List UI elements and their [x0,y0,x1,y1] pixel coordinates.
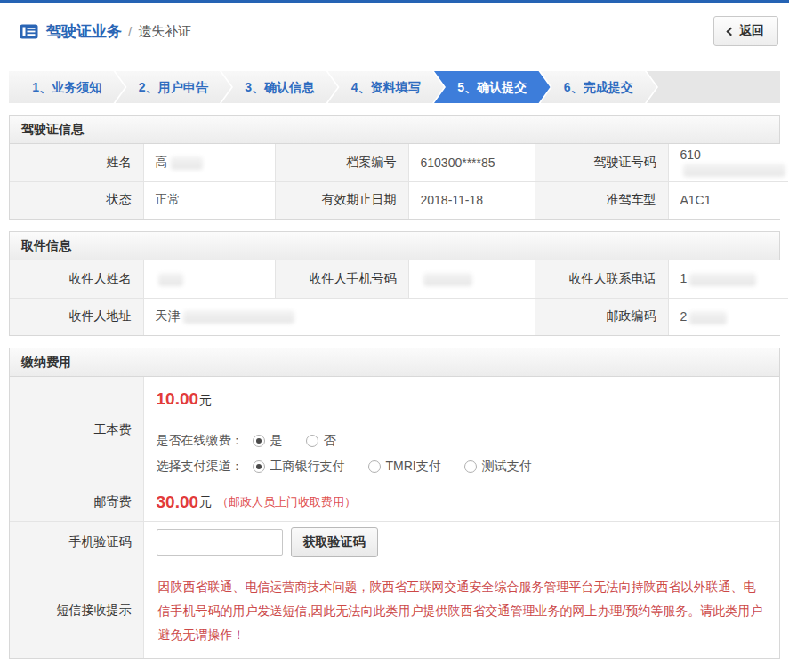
page-header: 驾驶证业务 / 遗失补证 返回 [0,3,789,58]
section-title: 驾驶证信息 [10,116,779,144]
section-title: 缴纳费用 [10,348,779,377]
sms-code-input[interactable] [157,529,283,556]
table-row: 工本费 10.00元 是否在线缴费： 是 否 [10,377,779,484]
recipient-name-value [143,260,275,298]
online-payment-question: 是否在线缴费： [157,433,244,449]
radio-checked-icon [253,435,265,447]
radio-channel-icbc-label: 工商银行支付 [270,459,345,475]
sms-code-cell: 获取验证码 [143,521,779,564]
pickup-info-section: 取件信息 收件人姓名 收件人手机号码 收件人联系电话 1 收件人地址 天津 邮政… [9,231,780,336]
table-row: 收件人姓名 收件人手机号码 收件人联系电话 1 [10,260,788,298]
section-title: 取件信息 [10,232,779,260]
production-fee-label: 工本费 [10,377,143,484]
sms-code-row: 获取验证码 [144,527,780,557]
postage-fee-line: 30.00元 （邮政人员上门收取费用） [144,492,780,512]
redacted-text [158,273,183,286]
postage-fee-note: （邮政人员上门收取费用） [217,494,356,510]
radio-channel-icbc[interactable]: 工商银行支付 [253,459,345,475]
redacted-text [423,273,472,286]
mobile-label: 收件人手机号码 [275,260,408,298]
payment-channel-question: 选择支付渠道： [157,459,244,475]
name-value: 高 [143,144,275,181]
table-row: 姓名 高 档案编号 610300****85 驾驶证号码 610 [10,144,788,181]
license-no-label: 驾驶证号码 [535,144,668,181]
page: 驾驶证业务 / 遗失补证 返回 1、业务须知 2、用户申告 3、确认信息 4、资… [0,0,789,672]
breadcrumb-current: 遗失补证 [138,23,191,40]
postcode-label: 邮政编码 [535,298,668,335]
radio-channel-test[interactable]: 测试支付 [464,459,532,475]
step-5-confirm-submit[interactable]: 5、确认提交 [434,71,551,103]
step-6-finish-submit[interactable]: 6、完成提交 [541,71,657,103]
table-row: 收件人地址 天津 邮政编码 2 [10,298,788,335]
address-label: 收件人地址 [10,298,143,335]
table-row: 邮寄费 30.00元 （邮政人员上门收取费用） [10,484,779,521]
payment-channel-row: 选择支付渠道： 工商银行支付 TMRI支付 测试支付 [144,455,780,481]
radio-online-no[interactable]: 否 [306,433,336,449]
radio-online-yes-label: 是 [270,433,283,449]
table-row: 短信接收提示 因陕西省联通、电信运营商技术问题，陕西省互联网交通安全综合服务管理… [10,564,779,658]
redacted-text [171,156,203,170]
postcode-value: 2 [668,298,788,335]
license-info-table: 姓名 高 档案编号 610300****85 驾驶证号码 610 状态 正常 有… [10,144,788,219]
step-1-business-notice[interactable]: 1、业务须知 [9,71,125,103]
back-button[interactable]: 返回 [713,16,778,46]
radio-checked-icon [253,460,265,473]
back-button-label: 返回 [739,23,764,39]
list-icon [20,24,38,39]
step-2-user-declaration[interactable]: 2、用户申告 [116,71,232,103]
address-value: 天津 [143,298,535,335]
online-payment-question-row: 是否在线缴费： 是 否 [144,429,780,455]
radio-unchecked-icon [306,435,318,447]
postage-fee-label: 邮寄费 [10,484,143,521]
phone-label: 收件人联系电话 [535,260,668,298]
pickup-info-table: 收件人姓名 收件人手机号码 收件人联系电话 1 收件人地址 天津 邮政编码 2 [10,260,788,335]
redacted-text [683,164,785,177]
step-4-fill-materials[interactable]: 4、资料填写 [328,71,445,103]
radio-channel-test-label: 测试支付 [482,459,532,475]
file-no-value: 610300****85 [408,144,535,181]
expiry-label: 有效期止日期 [275,181,408,219]
page-title: 驾驶证业务 [46,21,122,42]
class-label: 准驾车型 [535,181,668,219]
chevron-left-icon [727,28,736,36]
sms-notice-cell: 因陕西省联通、电信运营商技术问题，陕西省互联网交通安全综合服务管理平台无法向持陕… [143,564,779,658]
redacted-text [689,311,727,324]
step-3-confirm-info[interactable]: 3、确认信息 [221,71,338,103]
radio-channel-tmri-label: TMRI支付 [386,459,441,475]
name-label: 姓名 [10,144,143,181]
get-code-button[interactable]: 获取验证码 [291,527,378,557]
mobile-value [408,260,535,298]
radio-unchecked-icon [368,460,381,473]
divider [144,420,780,420]
sms-code-label: 手机验证码 [10,521,143,564]
sms-notice-label: 短信接收提示 [10,564,143,658]
production-fee-amount-line: 10.00元 [144,379,780,418]
expiry-value: 2018-11-18 [408,181,535,219]
class-value: A1C1 [668,181,788,219]
radio-online-yes[interactable]: 是 [253,433,283,449]
step-bar-filler [647,71,780,103]
payment-table: 工本费 10.00元 是否在线缴费： 是 否 [10,377,779,658]
radio-online-no-label: 否 [324,433,336,449]
file-no-label: 档案编号 [275,144,408,181]
breadcrumb-separator: / [128,24,132,39]
table-row: 状态 正常 有效期止日期 2018-11-18 准驾车型 A1C1 [10,181,788,219]
redacted-text [183,310,294,324]
radio-unchecked-icon [464,460,477,473]
radio-channel-tmri[interactable]: TMRI支付 [368,459,441,475]
status-label: 状态 [10,181,143,219]
sms-notice-text: 因陕西省联通、电信运营商技术问题，陕西省互联网交通安全综合服务管理平台无法向持陕… [144,564,780,658]
redacted-text [689,273,756,286]
postage-fee-cell: 30.00元 （邮政人员上门收取费用） [143,484,779,521]
production-fee-amount: 10.00 [157,389,199,408]
recipient-name-label: 收件人姓名 [10,260,143,298]
payment-section: 缴纳费用 工本费 10.00元 是否在线缴费： 是 [9,348,780,659]
postage-fee-amount: 30.00 [157,492,199,512]
license-info-section: 驾驶证信息 姓名 高 档案编号 610300****85 驾驶证号码 610 状… [9,115,780,220]
status-value: 正常 [143,181,275,219]
currency-unit: 元 [199,393,212,407]
production-fee-cell: 10.00元 是否在线缴费： 是 否 [143,377,779,484]
step-wizard: 1、业务须知 2、用户申告 3、确认信息 4、资料填写 5、确认提交 6、完成提… [9,71,780,103]
currency-unit: 元 [199,494,212,510]
table-row: 手机验证码 获取验证码 [10,521,779,564]
